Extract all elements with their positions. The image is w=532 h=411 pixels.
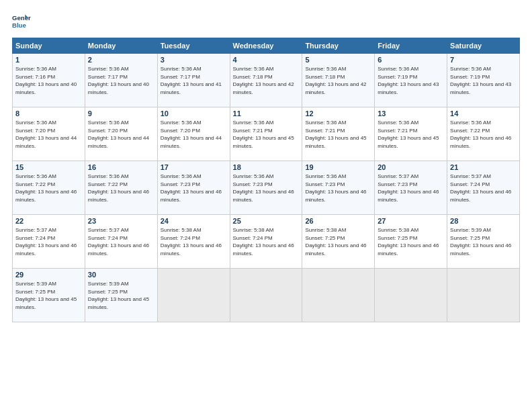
cell-info: Sunrise: 5:36 AMSunset: 7:23 PMDaylight:… [305,173,371,203]
day-number: 11 [233,109,300,118]
calendar-week-1: 1Sunrise: 5:36 AMSunset: 7:16 PMDaylight… [13,54,520,107]
calendar-cell: 22Sunrise: 5:37 AMSunset: 7:24 PMDayligh… [13,215,85,269]
calendar-week-5: 29Sunrise: 5:39 AMSunset: 7:25 PMDayligh… [13,269,520,322]
day-number: 16 [88,163,154,171]
logo: General Blue [12,12,34,31]
cell-info: Sunrise: 5:36 AMSunset: 7:20 PMDaylight:… [88,119,154,150]
calendar-cell: 25Sunrise: 5:38 AMSunset: 7:24 PMDayligh… [230,215,302,269]
cell-info: Sunrise: 5:36 AMSunset: 7:17 PMDaylight:… [88,65,154,96]
calendar-cell: 10Sunrise: 5:36 AMSunset: 7:20 PMDayligh… [157,107,230,161]
day-number: 20 [378,163,444,171]
cell-info: Sunrise: 5:38 AMSunset: 7:24 PMDaylight:… [161,226,227,257]
cell-info: Sunrise: 5:36 AMSunset: 7:21 PMDaylight:… [233,119,300,150]
day-number: 22 [15,217,82,225]
calendar-cell [157,269,230,322]
cell-info: Sunrise: 5:37 AMSunset: 7:24 PMDaylight:… [15,226,82,257]
cell-info: Sunrise: 5:36 AMSunset: 7:19 PMDaylight:… [450,65,517,96]
day-number: 25 [233,217,300,225]
calendar-cell [302,269,375,322]
calendar-cell: 11Sunrise: 5:36 AMSunset: 7:21 PMDayligh… [230,107,302,161]
calendar-cell: 23Sunrise: 5:37 AMSunset: 7:24 PMDayligh… [85,215,157,269]
calendar-cell: 6Sunrise: 5:36 AMSunset: 7:19 PMDaylight… [375,54,447,107]
cell-info: Sunrise: 5:39 AMSunset: 7:25 PMDaylight:… [15,280,82,311]
day-number: 1 [15,56,82,64]
calendar-cell: 12Sunrise: 5:36 AMSunset: 7:21 PMDayligh… [302,107,375,161]
day-number: 12 [305,109,371,118]
calendar-cell [230,269,302,322]
weekday-header-thursday: Thursday [302,38,375,54]
calendar-cell: 28Sunrise: 5:39 AMSunset: 7:25 PMDayligh… [447,215,520,269]
calendar-week-3: 15Sunrise: 5:36 AMSunset: 7:22 PMDayligh… [13,161,520,215]
calendar-cell: 13Sunrise: 5:36 AMSunset: 7:21 PMDayligh… [375,107,447,161]
day-number: 28 [450,217,517,225]
cell-info: Sunrise: 5:39 AMSunset: 7:25 PMDaylight:… [450,226,517,257]
cell-info: Sunrise: 5:36 AMSunset: 7:22 PMDaylight:… [88,173,154,203]
calendar-week-2: 8Sunrise: 5:36 AMSunset: 7:20 PMDaylight… [13,107,520,161]
day-number: 3 [161,56,227,64]
cell-info: Sunrise: 5:38 AMSunset: 7:24 PMDaylight:… [233,226,300,257]
calendar-cell: 24Sunrise: 5:38 AMSunset: 7:24 PMDayligh… [157,215,230,269]
day-number: 10 [161,109,227,118]
day-number: 29 [15,271,82,279]
calendar-cell: 9Sunrise: 5:36 AMSunset: 7:20 PMDaylight… [85,107,157,161]
day-number: 15 [15,163,82,171]
cell-info: Sunrise: 5:36 AMSunset: 7:18 PMDaylight:… [233,65,300,96]
cell-info: Sunrise: 5:38 AMSunset: 7:25 PMDaylight:… [305,226,371,257]
page: General Blue SundayMondayTuesdayWednesda… [0,0,532,411]
day-number: 9 [88,109,154,118]
calendar-cell [375,269,447,322]
cell-info: Sunrise: 5:36 AMSunset: 7:16 PMDaylight:… [15,65,82,96]
calendar-cell: 3Sunrise: 5:36 AMSunset: 7:17 PMDaylight… [157,54,230,107]
calendar-cell: 17Sunrise: 5:36 AMSunset: 7:23 PMDayligh… [157,161,230,215]
calendar-cell: 26Sunrise: 5:38 AMSunset: 7:25 PMDayligh… [302,215,375,269]
cell-info: Sunrise: 5:36 AMSunset: 7:19 PMDaylight:… [378,65,444,96]
day-number: 27 [378,217,444,225]
day-number: 13 [378,109,444,118]
day-number: 24 [161,217,227,225]
day-number: 17 [161,163,227,171]
day-number: 7 [450,56,517,64]
calendar-cell: 21Sunrise: 5:37 AMSunset: 7:24 PMDayligh… [447,161,520,215]
day-number: 6 [378,56,444,64]
cell-info: Sunrise: 5:36 AMSunset: 7:20 PMDaylight:… [161,119,227,150]
calendar-table: SundayMondayTuesdayWednesdayThursdayFrid… [12,38,520,322]
weekday-header-saturday: Saturday [447,38,520,54]
weekday-header-monday: Monday [85,38,157,54]
day-number: 4 [233,56,300,64]
calendar-cell: 29Sunrise: 5:39 AMSunset: 7:25 PMDayligh… [13,269,85,322]
cell-info: Sunrise: 5:36 AMSunset: 7:22 PMDaylight:… [15,173,82,203]
cell-info: Sunrise: 5:36 AMSunset: 7:21 PMDaylight:… [305,119,371,150]
calendar-cell: 4Sunrise: 5:36 AMSunset: 7:18 PMDaylight… [230,54,302,107]
cell-info: Sunrise: 5:36 AMSunset: 7:23 PMDaylight:… [161,173,227,203]
cell-info: Sunrise: 5:36 AMSunset: 7:21 PMDaylight:… [378,119,444,150]
calendar-cell: 19Sunrise: 5:36 AMSunset: 7:23 PMDayligh… [302,161,375,215]
calendar-cell: 14Sunrise: 5:36 AMSunset: 7:22 PMDayligh… [447,107,520,161]
day-number: 2 [88,56,154,64]
day-number: 19 [305,163,371,171]
calendar-cell: 20Sunrise: 5:37 AMSunset: 7:23 PMDayligh… [375,161,447,215]
day-number: 26 [305,217,371,225]
calendar-cell: 5Sunrise: 5:36 AMSunset: 7:18 PMDaylight… [302,54,375,107]
calendar-cell [447,269,520,322]
day-number: 30 [88,271,154,279]
cell-info: Sunrise: 5:36 AMSunset: 7:17 PMDaylight:… [161,65,227,96]
calendar-cell: 7Sunrise: 5:36 AMSunset: 7:19 PMDaylight… [447,54,520,107]
calendar-cell: 8Sunrise: 5:36 AMSunset: 7:20 PMDaylight… [13,107,85,161]
cell-info: Sunrise: 5:36 AMSunset: 7:23 PMDaylight:… [233,173,300,203]
cell-info: Sunrise: 5:37 AMSunset: 7:24 PMDaylight:… [88,226,154,257]
calendar-week-4: 22Sunrise: 5:37 AMSunset: 7:24 PMDayligh… [13,215,520,269]
weekday-header-sunday: Sunday [13,38,85,54]
cell-info: Sunrise: 5:38 AMSunset: 7:25 PMDaylight:… [378,226,444,257]
cell-info: Sunrise: 5:36 AMSunset: 7:18 PMDaylight:… [305,65,371,96]
calendar-cell: 18Sunrise: 5:36 AMSunset: 7:23 PMDayligh… [230,161,302,215]
calendar-cell: 27Sunrise: 5:38 AMSunset: 7:25 PMDayligh… [375,215,447,269]
logo-icon: General Blue [12,12,31,31]
day-number: 18 [233,163,300,171]
day-number: 5 [305,56,371,64]
day-number: 14 [450,109,517,118]
weekday-header-row: SundayMondayTuesdayWednesdayThursdayFrid… [13,38,520,54]
calendar-cell: 15Sunrise: 5:36 AMSunset: 7:22 PMDayligh… [13,161,85,215]
day-number: 8 [15,109,82,118]
cell-info: Sunrise: 5:37 AMSunset: 7:23 PMDaylight:… [378,173,444,203]
svg-text:Blue: Blue [12,21,26,29]
